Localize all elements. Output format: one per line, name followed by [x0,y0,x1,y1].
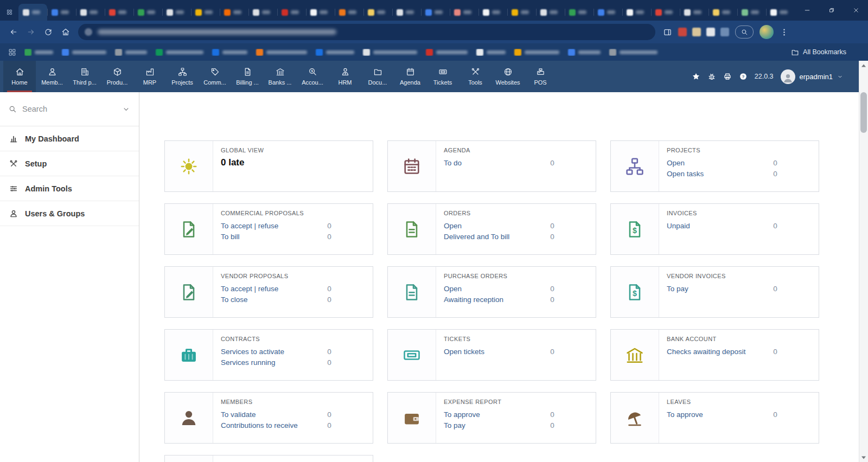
sidebar-item-users-groups[interactable]: Users & Groups [0,201,139,226]
card-link[interactable]: To accept | refuse [221,222,314,230]
bookmark-item[interactable] [62,49,106,56]
browser-tab[interactable] [162,4,191,21]
search-pill-button[interactable] [735,25,754,39]
browser-tab[interactable] [76,4,105,21]
sidebar-item-my-dashboard[interactable]: My Dashboard [0,126,139,151]
card-link[interactable]: Awaiting reception [444,296,537,304]
bookmark-item[interactable] [316,49,354,56]
browser-tab[interactable] [680,4,709,21]
card-link[interactable]: Open tasks [667,170,760,178]
card-link[interactable]: Services running [221,358,314,367]
bookmark-item[interactable] [514,49,559,56]
window-maximize-button[interactable] [819,0,844,21]
card-link[interactable]: To validate [221,410,314,419]
browser-tab[interactable] [450,4,478,21]
browser-forward-button[interactable] [23,24,39,40]
card-link[interactable]: To pay [667,285,760,293]
browser-tab[interactable] [507,4,536,21]
sidebar-item-setup[interactable]: Setup [0,151,139,176]
app-menu-item-projects[interactable]: Projects [166,61,199,92]
window-close-button[interactable] [844,0,868,21]
browser-tab[interactable] [335,4,363,21]
app-menu-item-memb[interactable]: Memb... [36,61,68,92]
bookmark-item[interactable] [609,49,658,56]
side-panel-icon[interactable] [663,28,672,37]
all-bookmarks-button[interactable]: All Bookmarks [791,48,846,56]
bookmark-item[interactable] [24,49,53,56]
app-menu-item-billing[interactable]: Billing ... [231,61,264,92]
page-scrollbar[interactable] [859,61,868,462]
site-info-icon[interactable] [85,28,92,36]
card-link[interactable]: To do [444,159,537,167]
app-menu-item-mrp[interactable]: MRP [133,61,166,92]
card-link[interactable]: Services to activate [221,348,314,356]
browser-tab[interactable] [565,4,593,21]
browser-tab[interactable] [277,4,306,21]
browser-tab[interactable] [220,4,248,21]
bookmark-item[interactable] [426,49,468,56]
user-menu[interactable]: erpadmin1 [781,69,843,84]
browser-tab[interactable] [18,4,47,21]
app-menu-item-docu[interactable]: Docu... [361,61,394,92]
sidebar-search[interactable]: Search [0,92,139,126]
browser-tab[interactable] [306,4,335,21]
browser-tab[interactable] [478,4,507,21]
card-link[interactable]: To pay [444,421,537,429]
app-menu-item-pos[interactable]: POS [524,61,557,92]
browser-tab[interactable] [363,4,392,21]
bookmark-item[interactable] [568,49,601,56]
extension-icon[interactable] [720,28,729,36]
browser-tab[interactable] [737,4,766,21]
browser-back-button[interactable] [5,24,22,40]
browser-tab[interactable] [47,4,76,21]
browser-tab[interactable] [766,4,795,21]
browser-tab[interactable] [536,4,565,21]
apps-icon[interactable] [8,48,17,57]
card-link[interactable]: Delivered and To bill [444,233,537,241]
bookmark-item[interactable] [363,49,417,56]
tab-search-button[interactable] [0,4,18,21]
browser-tab[interactable] [248,4,277,21]
app-menu-item-comm[interactable]: Comm... [199,61,231,92]
card-link[interactable]: To bill [221,233,314,241]
browser-tab[interactable] [105,4,133,21]
app-menu-item-websites[interactable]: Websites [492,61,524,92]
bookmark-item[interactable] [256,49,307,56]
card-link[interactable]: Contributions to receive [221,421,314,429]
browser-tab[interactable] [392,4,421,21]
help-icon[interactable]: ? [739,72,748,81]
card-link[interactable]: Checks awaiting deposit [667,348,760,356]
browser-tab[interactable] [421,4,450,21]
app-menu-item-third-p[interactable]: Third p... [68,61,101,92]
card-link[interactable]: Unpaid [667,222,760,230]
browser-menu-icon[interactable] [780,28,789,37]
extension-icon[interactable] [706,28,715,36]
app-menu-item-banks[interactable]: Banks ... [264,61,296,92]
debug-bug-icon[interactable] [707,72,716,81]
card-link[interactable]: To accept | refuse [221,285,314,293]
bookmark-item[interactable] [476,49,506,56]
app-menu-item-tickets[interactable]: Tickets [426,61,459,92]
app-menu-item-agenda[interactable]: Agenda [394,61,426,92]
bookmark-item[interactable] [212,49,247,56]
card-link[interactable]: Open [444,222,537,230]
app-menu-item-produ[interactable]: Produ... [101,61,133,92]
print-icon[interactable] [723,72,732,81]
extension-icon[interactable] [678,28,687,36]
card-link[interactable]: Open [444,285,537,293]
card-link[interactable]: Open [667,159,760,167]
browser-tab[interactable] [593,4,622,21]
browser-tab[interactable] [709,4,737,21]
card-link[interactable]: To approve [667,410,760,419]
sidebar-item-admin-tools[interactable]: Admin Tools [0,176,139,201]
browser-tab[interactable] [191,4,220,21]
card-link[interactable]: To close [221,296,314,304]
browser-tab[interactable] [651,4,680,21]
app-menu-item-hrm[interactable]: HRM [329,61,361,92]
extension-icon[interactable] [692,28,701,36]
app-menu-item-tools[interactable]: Tools [459,61,492,92]
bookmarks-star-icon[interactable] [692,72,700,81]
address-bar[interactable] [78,24,655,40]
browser-tab[interactable] [133,4,162,21]
bookmark-item[interactable] [156,49,203,56]
